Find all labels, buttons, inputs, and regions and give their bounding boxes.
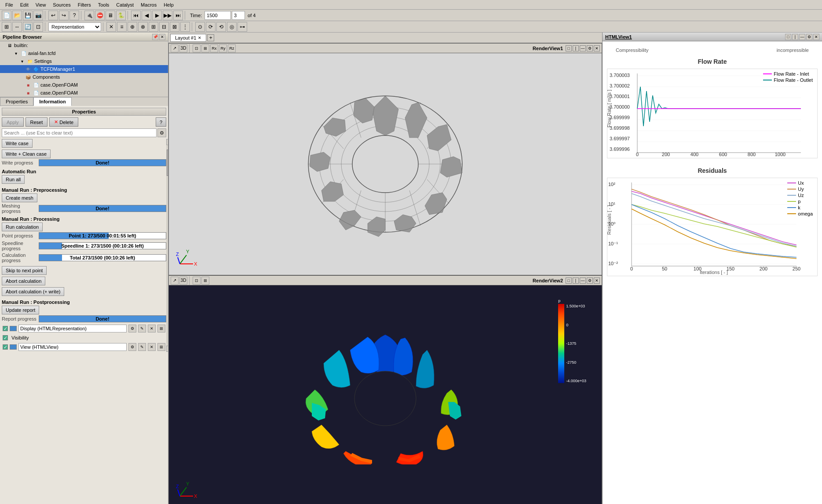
tb2-btn2[interactable]: ↔ — [12, 22, 22, 32]
rv1-settings[interactable]: ⚙ — [587, 45, 593, 51]
tab-properties[interactable]: Properties — [0, 97, 33, 106]
tree-case1[interactable]: ■ 📄 case.OpenFOAM — [0, 81, 168, 89]
htmlview-split-h[interactable]: | — [792, 34, 798, 40]
visibility-checkbox[interactable]: ✓ — [3, 335, 8, 340]
menu-macros[interactable]: Macros — [137, 1, 160, 8]
menu-edit[interactable]: Edit — [17, 1, 32, 8]
rv1-split-v[interactable]: — — [580, 45, 586, 51]
rv2-close[interactable]: ✕ — [594, 278, 600, 284]
rv2-settings[interactable]: ⚙ — [587, 278, 593, 284]
run-all-button[interactable]: Run all — [2, 175, 25, 184]
rv2-3d-btn[interactable]: 3D — [179, 277, 187, 285]
tb2-btn14[interactable]: ⟳ — [206, 22, 216, 32]
search-options-btn[interactable]: ⚙ — [157, 128, 166, 137]
rv1-rotate-x[interactable]: Rx — [210, 44, 218, 52]
connect-button[interactable]: 🔌 — [84, 11, 94, 20]
last-frame[interactable]: ⏭ — [173, 11, 183, 20]
tree-components[interactable]: 📦 Components — [0, 73, 168, 81]
rv2-reset-cam[interactable]: ⊡ — [193, 277, 201, 285]
update-report-button[interactable]: Update report — [2, 306, 39, 314]
help-button-props[interactable]: ? — [156, 117, 166, 127]
reset-button[interactable]: Reset — [26, 117, 48, 127]
add-tab-button[interactable]: + — [207, 34, 214, 41]
rv2-maximize[interactable]: □ — [566, 278, 572, 284]
tree-builtin[interactable]: 🖥 builtin: — [0, 41, 168, 49]
write-clean-case-button[interactable]: Write + Clean case — [2, 150, 51, 158]
save-button[interactable]: 💾 — [23, 11, 33, 20]
delete-button[interactable]: ✕ Delete — [49, 117, 78, 127]
write-case-button[interactable]: Write case — [2, 139, 33, 148]
rv2-interact-btn[interactable]: ↗ — [171, 277, 179, 285]
create-mesh-button[interactable]: Create mesh — [2, 194, 37, 202]
search-input[interactable] — [2, 128, 157, 137]
rv1-interact-btn[interactable]: ↗ — [171, 44, 179, 52]
view-delete-btn[interactable]: ✕ — [148, 343, 156, 351]
view-copy-btn[interactable]: ⊞ — [157, 343, 165, 351]
display-visibility-checkbox[interactable]: ✓ — [3, 326, 8, 331]
rv2-zoom-sel[interactable]: ⊞ — [201, 277, 209, 285]
tb2-btn15[interactable]: ⟲ — [216, 22, 226, 32]
htmlview-split-v[interactable]: — — [799, 34, 805, 40]
tb2-btn5[interactable]: ✕ — [106, 22, 116, 32]
tree-tcfd-manager[interactable]: 👁 🔷 TCFDManager1 — [0, 65, 168, 73]
tree-axial-fan[interactable]: ▾ 📄 axial-fan.tcfd — [0, 49, 168, 57]
view-settings-btn[interactable]: ⚙ — [128, 343, 136, 351]
abort-calculation-button[interactable]: Abort calculation — [2, 277, 45, 285]
mesh-view-area[interactable]: X Y Z — [169, 53, 602, 275]
save-screenshot[interactable]: 📷 — [33, 11, 43, 20]
tb2-btn4[interactable]: ⊡ — [33, 22, 43, 32]
tb2-btn17[interactable]: ⊶ — [237, 22, 247, 32]
tb2-btn7[interactable]: ⊕ — [128, 22, 137, 32]
color-view-area[interactable]: p 1.500e+03 0 -1375 -2750 -4.000e+03 — [169, 285, 602, 504]
scroll-up-btn[interactable]: ▲ — [166, 139, 168, 145]
tb2-btn9[interactable]: ⊞ — [149, 22, 158, 32]
rv1-rotate-y[interactable]: Ry — [219, 44, 227, 52]
rv1-zoom-sel[interactable]: ⊞ — [201, 44, 209, 52]
skip-to-next-point-button[interactable]: Skip to next point — [2, 266, 47, 275]
htmlview-close[interactable]: ✕ — [813, 34, 819, 40]
rv1-maximize[interactable]: □ — [566, 45, 572, 51]
redo-button[interactable]: ↪ — [59, 11, 69, 20]
representation-dropdown[interactable]: Representation — [48, 22, 101, 31]
time-input[interactable] — [205, 11, 231, 20]
rv1-split-h[interactable]: | — [573, 45, 579, 51]
rv2-split-h[interactable]: | — [573, 278, 579, 284]
python-button[interactable]: 🐍 — [116, 11, 126, 20]
menu-catalyst[interactable]: Catalyst — [113, 1, 137, 8]
tb2-btn13[interactable]: ⊙ — [195, 22, 205, 32]
frame-input[interactable] — [232, 11, 245, 20]
rv1-rotate-z[interactable]: Rz — [228, 44, 236, 52]
display-copy-btn[interactable]: ⊞ — [157, 325, 165, 332]
props-scrollbar[interactable]: ▲ ▼ — [166, 139, 168, 352]
rv1-reset-cam[interactable]: ⊡ — [193, 44, 201, 52]
view-edit-btn[interactable]: ✎ — [138, 343, 146, 351]
htmlview-maximize[interactable]: □ — [785, 34, 791, 40]
abort-write-button[interactable]: Abort calculation (+ write) — [2, 287, 64, 296]
tab-information[interactable]: Information — [33, 97, 72, 106]
first-frame[interactable]: ⏮ — [131, 11, 141, 20]
tb2-btn16[interactable]: ◎ — [227, 22, 237, 32]
rv1-3d-btn[interactable]: 3D — [179, 44, 187, 52]
scroll-down-btn[interactable]: ▼ — [166, 346, 168, 352]
remote-button[interactable]: 🖥 — [106, 11, 115, 20]
display-label-input[interactable] — [18, 325, 127, 332]
view-label-input[interactable] — [18, 343, 127, 351]
tree-settings[interactable]: ▾ 📁 Settings — [0, 57, 168, 65]
help-button[interactable]: ? — [69, 11, 79, 20]
pipeline-close-btn[interactable]: ✕ — [159, 34, 165, 40]
tb2-btn11[interactable]: ⊠ — [170, 22, 179, 32]
view-visibility-checkbox[interactable]: ✓ — [3, 344, 8, 350]
undo-button[interactable]: ↩ — [48, 11, 58, 20]
tree-case2[interactable]: ■ 📄 case.OpenFOAM — [0, 89, 168, 97]
prev-frame[interactable]: ◀ — [142, 11, 151, 20]
disconnect-button[interactable]: ⛔ — [95, 11, 105, 20]
rv2-split-v[interactable]: — — [580, 278, 586, 284]
next-frame[interactable]: ▶▶ — [163, 11, 172, 20]
menu-file[interactable]: File — [2, 1, 17, 8]
menu-filters[interactable]: Filters — [74, 1, 95, 8]
tb2-btn12[interactable]: ⋮ — [180, 22, 190, 32]
htmlview-settings[interactable]: ⚙ — [806, 34, 812, 40]
apply-button[interactable]: Apply — [2, 117, 24, 127]
display-edit-btn[interactable]: ✎ — [138, 325, 146, 332]
layout-tab-close[interactable]: ✕ — [198, 36, 201, 40]
